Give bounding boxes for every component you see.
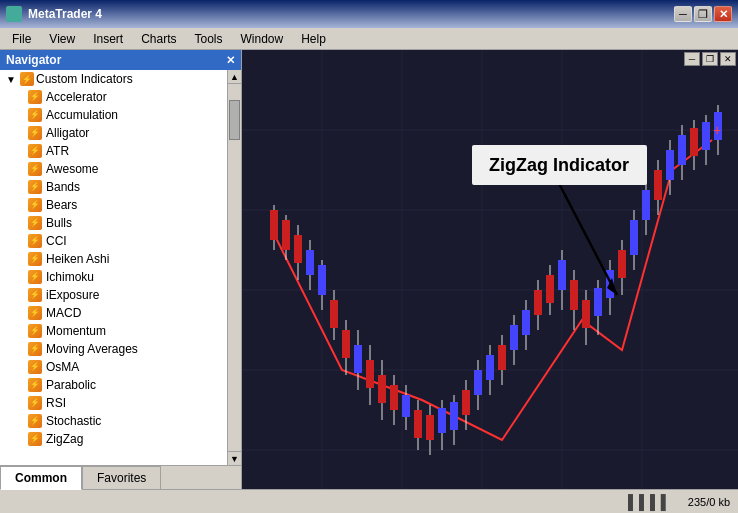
section-label: Custom Indicators [36,72,133,86]
list-item[interactable]: ⚡Momentum [0,322,227,340]
list-item[interactable]: ⚡RSI [0,394,227,412]
app-title: MetaTrader 4 [28,7,102,21]
menu-window[interactable]: Window [233,30,292,48]
item-icon: ⚡ [28,252,42,266]
menu-tools[interactable]: Tools [187,30,231,48]
menu-help[interactable]: Help [293,30,334,48]
status-bar: ▌▌▌▌ 235/0 kb [0,489,738,513]
tab-favorites[interactable]: Favorites [82,466,161,489]
item-icon: ⚡ [28,126,42,140]
svg-rect-62 [570,280,578,310]
item-icon: ⚡ [28,324,42,338]
svg-rect-48 [486,355,494,380]
chart-minimize-button[interactable]: ─ [684,52,700,66]
svg-rect-32 [390,385,398,410]
svg-rect-24 [342,330,350,358]
nav-content: ▼ ⚡ Custom Indicators ⚡Accelerator ⚡Accu… [0,70,241,465]
chart-restore-button[interactable]: ❐ [702,52,718,66]
svg-rect-36 [414,410,422,438]
list-item[interactable]: ⚡Ichimoku [0,268,227,286]
menu-view[interactable]: View [41,30,83,48]
svg-rect-70 [618,250,626,278]
svg-rect-26 [354,345,362,373]
navigator-title: Navigator [6,53,61,67]
item-icon: ⚡ [28,270,42,284]
list-item[interactable]: ⚡Heiken Ashi [0,250,227,268]
nav-section-custom-indicators[interactable]: ▼ ⚡ Custom Indicators [0,70,227,88]
item-icon: ⚡ [28,162,42,176]
restore-button[interactable]: ❐ [694,6,712,22]
svg-rect-80 [678,135,686,165]
svg-rect-56 [534,290,542,315]
list-item[interactable]: ⚡ZigZag [0,430,227,448]
title-bar-controls: ─ ❐ ✕ [674,6,732,22]
item-icon: ⚡ [28,198,42,212]
list-item[interactable]: ⚡ATR [0,142,227,160]
inner-window-bar: ─ ❐ ✕ [682,50,738,68]
status-icon: ▌▌▌▌ [628,494,672,510]
list-item[interactable]: ⚡CCI [0,232,227,250]
list-item[interactable]: ⚡Accelerator [0,88,227,106]
item-icon: ⚡ [28,342,42,356]
list-item[interactable]: ⚡Bands [0,178,227,196]
scroll-up-arrow[interactable]: ▲ [228,70,241,84]
chart-area[interactable]: ─ ❐ ✕ [242,50,738,489]
svg-rect-38 [426,415,434,440]
chart-svg: ZigZag Indicator + [242,50,738,489]
main-area: Navigator ✕ ▼ ⚡ Custom Indicators ⚡Accel… [0,50,738,489]
scroll-track [228,141,241,451]
list-item[interactable]: ⚡Parabolic [0,376,227,394]
item-icon: ⚡ [28,432,42,446]
close-button[interactable]: ✕ [714,6,732,22]
tab-common[interactable]: Common [0,466,82,490]
chart-close-button[interactable]: ✕ [720,52,736,66]
svg-rect-0 [242,50,738,489]
item-icon: ⚡ [28,234,42,248]
svg-rect-78 [666,150,674,180]
nav-scrollbar[interactable]: ▲ ▼ [227,70,241,465]
list-item[interactable]: ⚡iExposure [0,286,227,304]
app-logo [6,6,22,22]
title-bar: MetaTrader 4 ─ ❐ ✕ [0,0,738,28]
list-item[interactable]: ⚡OsMA [0,358,227,376]
svg-rect-72 [630,220,638,255]
item-icon: ⚡ [28,288,42,302]
svg-rect-12 [270,210,278,240]
navigator-header: Navigator ✕ [0,50,241,70]
menu-insert[interactable]: Insert [85,30,131,48]
item-icon: ⚡ [28,414,42,428]
svg-rect-74 [642,190,650,220]
menu-bar: File View Insert Charts Tools Window Hel… [0,28,738,50]
svg-rect-18 [306,250,314,275]
svg-rect-82 [690,128,698,156]
svg-rect-20 [318,265,326,295]
navigator-panel: Navigator ✕ ▼ ⚡ Custom Indicators ⚡Accel… [0,50,242,489]
svg-rect-16 [294,235,302,263]
memory-status: 235/0 kb [688,496,730,508]
minimize-button[interactable]: ─ [674,6,692,22]
list-item[interactable]: ⚡Stochastic [0,412,227,430]
nav-tree[interactable]: ▼ ⚡ Custom Indicators ⚡Accelerator ⚡Accu… [0,70,227,465]
item-icon: ⚡ [28,180,42,194]
svg-rect-30 [378,375,386,403]
svg-rect-64 [582,300,590,328]
list-item[interactable]: ⚡Bears [0,196,227,214]
svg-rect-28 [366,360,374,388]
list-item[interactable]: ⚡Bulls [0,214,227,232]
list-item[interactable]: ⚡Moving Averages [0,340,227,358]
svg-rect-54 [522,310,530,335]
item-icon: ⚡ [28,306,42,320]
svg-rect-14 [282,220,290,250]
list-item[interactable]: ⚡Awesome [0,160,227,178]
list-item[interactable]: ⚡Alligator [0,124,227,142]
menu-charts[interactable]: Charts [133,30,184,48]
item-icon: ⚡ [28,360,42,374]
svg-rect-40 [438,408,446,433]
menu-file[interactable]: File [4,30,39,48]
item-icon: ⚡ [28,216,42,230]
navigator-close-icon[interactable]: ✕ [226,54,235,67]
list-item[interactable]: ⚡MACD [0,304,227,322]
list-item[interactable]: ⚡Accumulation [0,106,227,124]
scroll-down-arrow[interactable]: ▼ [228,451,241,465]
scroll-thumb[interactable] [229,100,240,140]
